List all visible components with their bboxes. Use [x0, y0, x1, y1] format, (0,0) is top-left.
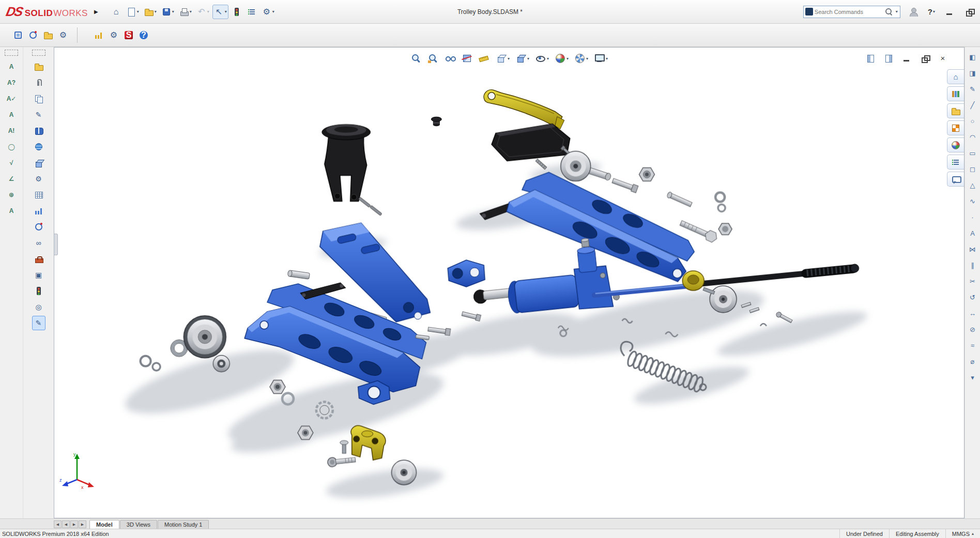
system-options-button[interactable]: ⚙	[56, 28, 70, 42]
part-clevis-yellow[interactable]	[351, 425, 386, 460]
toolbar-dock-handle[interactable]	[32, 50, 45, 56]
toolbar-dock-handle[interactable]	[5, 50, 18, 56]
smart-components-button[interactable]: ▣	[32, 268, 45, 282]
assembly-features-button[interactable]	[32, 156, 45, 170]
minimize-view-button[interactable]	[900, 51, 913, 66]
rectangle-button[interactable]: ▭	[966, 146, 980, 160]
undo-button[interactable]: ↶ ▾	[195, 5, 211, 19]
mirror-button[interactable]: ⋈	[966, 242, 980, 256]
home-button[interactable]: ⌂	[110, 5, 123, 19]
part-cover-tray[interactable]	[492, 124, 570, 161]
display-settings-button[interactable]	[230, 5, 243, 19]
attachments-button[interactable]	[32, 75, 45, 90]
slot-button[interactable]: ◻	[966, 162, 980, 176]
part-bolt-bottom[interactable]	[327, 455, 356, 467]
status-editing-assembly[interactable]: Editing Assembly	[889, 529, 945, 538]
text-button[interactable]: A	[966, 226, 980, 240]
featuremanager-splitter[interactable]	[54, 234, 58, 255]
diameter-button[interactable]: ⌀	[966, 355, 980, 368]
point-button[interactable]: ∙	[966, 210, 980, 224]
dropdown-arrow-icon[interactable]: ▾	[606, 56, 608, 61]
balloon-button[interactable]: ◯	[5, 140, 18, 154]
help-dropdown-icon[interactable]: ▾	[933, 9, 935, 14]
search-input[interactable]	[815, 9, 882, 15]
hide-show-items-button[interactable]: ▾	[533, 51, 550, 66]
part-pin-small-2[interactable]	[370, 205, 382, 216]
part-saddle-bracket[interactable]	[322, 125, 371, 202]
tab-motion-study-1[interactable]: Motion Study 1	[158, 520, 209, 529]
edrawings-publish-button[interactable]	[26, 28, 40, 42]
document-properties-button[interactable]	[245, 5, 258, 19]
copy-items-button[interactable]	[32, 91, 45, 106]
dropdown-arrow-icon[interactable]: ▾	[225, 9, 227, 14]
section-view-button[interactable]	[460, 51, 474, 66]
part-clevis-pin[interactable]	[666, 191, 692, 207]
tab-scroll-prev-button[interactable]: ◀	[62, 520, 70, 528]
help-about-button[interactable]: ?	[137, 28, 150, 42]
gear-mechanism-button[interactable]: ⚙	[32, 172, 45, 186]
comment-pencil-button[interactable]: ✎	[32, 316, 45, 330]
evaluate-results-button[interactable]	[32, 204, 45, 218]
linked-note-button[interactable]: A	[5, 107, 18, 122]
user-account-button[interactable]	[907, 5, 920, 19]
dropdown-arrow-icon[interactable]: ▾	[155, 9, 157, 14]
content-central-button[interactable]	[32, 140, 45, 154]
contour-button[interactable]: ≈	[966, 339, 980, 352]
part-washer-1[interactable]	[715, 192, 725, 202]
custom-properties-pane-button[interactable]	[947, 155, 964, 170]
flag-note-button[interactable]: A!	[5, 124, 18, 138]
dropdown-arrow-icon[interactable]: ▾	[207, 9, 209, 14]
minimize-window-button[interactable]	[943, 5, 956, 19]
dropdown-arrow-icon[interactable]: ▾	[508, 56, 510, 61]
stretch-button[interactable]: ↔	[966, 306, 980, 320]
part-hex-nut-2[interactable]	[718, 223, 732, 235]
part-hex-nut-3[interactable]	[270, 380, 285, 394]
tab-scroll-first-button[interactable]: ◀	[54, 520, 62, 528]
graphics-area[interactable]: ▾ ▾ ▾ ▾	[54, 47, 964, 518]
weld-symbol-button[interactable]: ∠	[5, 172, 18, 186]
design-table-button[interactable]	[32, 188, 45, 202]
simulation-button[interactable]	[92, 28, 105, 42]
datum-feature-button[interactable]: A	[5, 204, 18, 218]
part-hex-nut-1[interactable]	[639, 167, 654, 181]
part-bearing[interactable]	[213, 356, 229, 372]
part-roller-bottom[interactable]	[392, 460, 417, 485]
spell-check-button[interactable]: A?	[5, 75, 18, 90]
restore-window-button[interactable]	[962, 5, 976, 19]
save-button[interactable]: ▾	[160, 5, 176, 19]
note-button[interactable]: A	[5, 59, 18, 74]
search-icon[interactable]	[883, 7, 894, 17]
part-spring-pin[interactable]	[535, 159, 546, 170]
part-ring-small-2[interactable]	[152, 363, 160, 371]
split-right-button[interactable]	[882, 51, 895, 66]
pane-left-button[interactable]: ◧	[966, 50, 980, 64]
dropdown-arrow-icon[interactable]: ▾	[586, 56, 588, 61]
arc-button[interactable]: ◠	[966, 130, 980, 144]
units-up-arrow-icon[interactable]: ▴	[972, 531, 974, 536]
file-explorer-pane-button[interactable]	[947, 103, 964, 118]
part-bolt-mid-1[interactable]	[427, 326, 450, 335]
display-style-button[interactable]: ▾	[514, 51, 531, 66]
parallel-button[interactable]: ∥	[966, 258, 980, 272]
part-bolt-mid-2[interactable]	[462, 311, 481, 321]
part-clip-3[interactable]	[760, 324, 767, 326]
measure-button[interactable]	[477, 51, 492, 66]
tab-scroll-last-button[interactable]: ▶	[79, 520, 86, 528]
file-properties-button[interactable]	[41, 28, 55, 42]
dropdown-arrow-icon[interactable]: ▾	[190, 9, 192, 14]
tab-scroll-next-button[interactable]: ▶	[70, 520, 78, 528]
zoom-to-area-button[interactable]	[426, 51, 440, 66]
circular-reference-button[interactable]	[32, 220, 45, 234]
part-hub-yellow[interactable]	[682, 271, 704, 290]
belt-chain-button[interactable]: ∞	[32, 236, 45, 250]
edit-annotations-button[interactable]: ✎	[32, 107, 45, 122]
dropdown-arrow-icon[interactable]: ▾	[547, 56, 549, 61]
apply-scene-button[interactable]: ▾	[573, 51, 590, 66]
dropdown-arrow-icon[interactable]: ▾	[527, 56, 529, 61]
home-pane-button[interactable]: ⌂	[947, 69, 964, 84]
split-left-button[interactable]	[864, 51, 877, 66]
view-orientation-button[interactable]: ▾	[494, 51, 511, 66]
no-solve-button[interactable]: ⊘	[966, 322, 980, 336]
part-bolt-axle[interactable]	[611, 177, 638, 193]
walk-through-button[interactable]: ◎	[32, 300, 45, 314]
